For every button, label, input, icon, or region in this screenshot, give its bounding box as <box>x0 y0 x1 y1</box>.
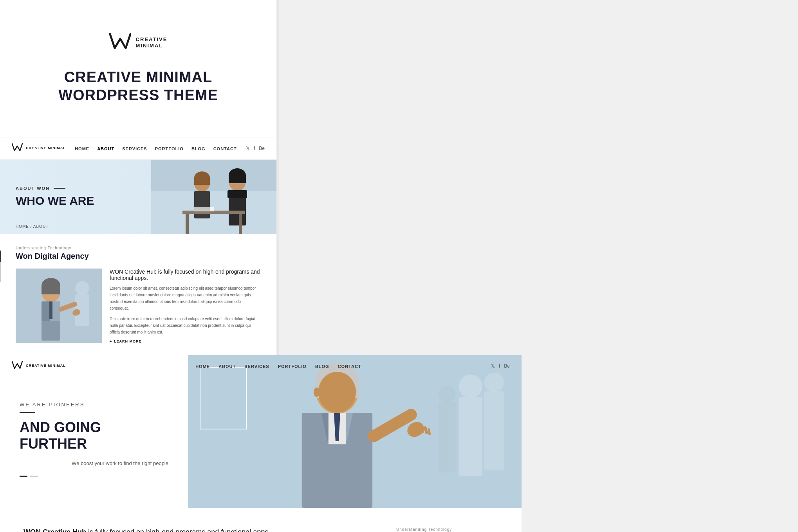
scroll-fill <box>0 251 1 262</box>
breadcrumb: HOME / ABOUT <box>16 224 49 229</box>
right-twitter-icon[interactable]: 𝕏 <box>491 363 495 369</box>
svg-rect-11 <box>182 211 245 214</box>
pioneer-title-line1: AND GOING <box>20 419 101 435</box>
left-about-banner: ABOUT WON WHO WE ARE HOME / ABOUT <box>0 160 276 234</box>
logo-text: CREATIVE MINIMAL <box>136 36 168 50</box>
svg-rect-8 <box>194 191 210 218</box>
right-nav-contact[interactable]: CONTACT <box>338 362 361 370</box>
right-hero-section: CREATIVE MINIMAL HOME ABOUT SERVICES POR… <box>0 355 522 508</box>
pioneer-title-line2: FURTHER <box>20 436 87 452</box>
right-panel: CREATIVE MINIMAL HOME ABOUT SERVICES POR… <box>0 355 522 532</box>
right-nav-logo-text: CREATIVE MINIMAL <box>26 364 66 368</box>
left-nav-social: 𝕏 f Be <box>246 146 265 151</box>
svg-point-50 <box>439 386 456 403</box>
behance-icon[interactable]: Be <box>259 146 265 151</box>
hero-slide-dots <box>20 476 168 477</box>
twitter-icon[interactable]: 𝕏 <box>246 146 250 151</box>
svg-rect-15 <box>196 208 210 208</box>
right-nav-blog[interactable]: BLOG <box>315 362 329 370</box>
svg-point-30 <box>459 375 482 398</box>
nav-item-about[interactable]: ABOUT <box>97 145 114 152</box>
right-facebook-icon[interactable]: f <box>499 363 500 369</box>
facebook-icon[interactable]: f <box>254 146 255 151</box>
main-title: CREATIVE MINIMAL WORDPRESS THEME <box>16 69 261 104</box>
svg-rect-12 <box>186 214 189 234</box>
svg-rect-13 <box>239 214 242 234</box>
right-nav-home[interactable]: HOME <box>195 362 210 370</box>
right-nav-line1: CREATIVE <box>26 364 47 368</box>
content-image <box>16 269 102 343</box>
svg-rect-23 <box>42 286 60 294</box>
logo-area: CREATIVE MINIMAL <box>109 32 168 53</box>
logo-line2: MINIMAL <box>136 43 168 49</box>
left-hero-section: CREATIVE MINIMAL CREATIVE MINIMAL WORDPR… <box>0 0 276 137</box>
content-para2: Duis aute irure dolor in reprehenderit i… <box>110 316 261 335</box>
left-nav-links: HOME ABOUT SERVICES PORTFOLIO BLOG CONTA… <box>75 145 237 152</box>
about-text: ABOUT WON WHO WE ARE <box>0 174 110 220</box>
right-hero-content: WE ARE PIONEERS AND GOING FURTHER We boo… <box>0 355 188 508</box>
left-navbar: CREATIVE MINIMAL HOME ABOUT SERVICES POR… <box>0 137 276 160</box>
nav-item-blog[interactable]: BLOG <box>191 145 206 152</box>
pioneer-description: We boost your work to find the right peo… <box>72 460 168 468</box>
content-text: WON Creative Hub is fully focused on hig… <box>110 269 261 343</box>
right-content-heading: WON Creative Hub is fully focused on hig… <box>23 527 373 532</box>
pioneer-title: AND GOING FURTHER <box>20 419 168 452</box>
right-nav-portfolio[interactable]: PORTFOLIO <box>278 362 307 370</box>
nav-logo-w-icon <box>12 143 23 154</box>
panel-divider <box>276 0 279 355</box>
right-main-content: WON Creative Hub is fully focused on hig… <box>23 527 373 532</box>
svg-rect-31 <box>459 397 482 476</box>
nav-logo-line2: MINIMAL <box>48 146 66 150</box>
right-hub-text: is fully focused on high-end programs an… <box>86 528 270 532</box>
content-para1: Lorem ipsum dolor sit amet, consectetur … <box>110 285 261 312</box>
nav-logo: CREATIVE MINIMAL <box>12 143 66 154</box>
content-heading: WON Creative Hub is fully focused on hig… <box>110 269 261 281</box>
left-panel: CREATIVE MINIMAL CREATIVE MINIMAL WORDPR… <box>0 0 276 355</box>
nav-item-portfolio[interactable]: PORTFOLIO <box>155 145 184 152</box>
nav-item-home[interactable]: HOME <box>75 145 89 152</box>
svg-rect-26 <box>49 301 52 319</box>
nav-logo-text: CREATIVE MINIMAL <box>26 146 66 151</box>
learn-more-link[interactable]: LEARN MORE <box>110 339 261 343</box>
right-nav-links: HOME ABOUT SERVICES PORTFOLIO BLOG CONTA… <box>195 362 361 370</box>
right-nav-about[interactable]: ABOUT <box>218 362 236 370</box>
side-card-label: Understanding Technology <box>396 527 498 532</box>
right-navbar: CREATIVE MINIMAL HOME ABOUT SERVICES POR… <box>0 355 522 377</box>
pioneer-divider <box>20 412 35 413</box>
hub-bold: WON Creative Hub <box>110 269 157 275</box>
svg-rect-4 <box>227 190 247 198</box>
svg-rect-51 <box>439 402 456 472</box>
svg-point-37 <box>318 372 356 413</box>
about-banner-image <box>151 160 276 234</box>
right-middle-section: WON Creative Hub is fully focused on hig… <box>0 508 522 532</box>
content-row: WON Creative Hub is fully focused on hig… <box>16 269 261 343</box>
slide-dot-1[interactable] <box>20 476 27 477</box>
logo-w-icon <box>109 32 131 53</box>
svg-point-38 <box>314 388 320 397</box>
svg-rect-10 <box>194 178 210 185</box>
svg-rect-24 <box>42 301 50 321</box>
svg-point-18 <box>75 281 89 295</box>
right-side-card: Understanding Technology Won Digital Age… <box>396 527 498 532</box>
right-hub-bold: WON Creative Hub <box>23 528 86 532</box>
nav-logo-line1: CREATIVE <box>26 146 47 150</box>
svg-rect-6 <box>229 175 246 183</box>
right-nav-line2: MINIMAL <box>48 364 66 368</box>
nav-item-contact[interactable]: CONTACT <box>213 145 237 152</box>
about-subtitle: ABOUT WON <box>16 186 94 191</box>
right-nav-logo-icon <box>12 361 23 371</box>
right-nav-services[interactable]: SERVICES <box>244 362 269 370</box>
about-main-title: WHO WE ARE <box>16 194 94 208</box>
right-hero-image <box>188 355 522 508</box>
right-nav-social: 𝕏 f Be <box>491 363 510 369</box>
pioneer-label: WE ARE PIONEERS <box>20 402 168 408</box>
slide-dot-2[interactable] <box>30 476 38 477</box>
section-subtitle: Understanding Technology <box>16 246 261 250</box>
svg-rect-16 <box>196 209 206 209</box>
right-behance-icon[interactable]: Be <box>504 363 510 369</box>
svg-rect-33 <box>484 391 504 470</box>
logo-line1: CREATIVE <box>136 36 168 43</box>
right-nav-logo: CREATIVE MINIMAL <box>12 361 66 371</box>
left-content-section: Understanding Technology Won Digital Age… <box>0 234 276 355</box>
nav-item-services[interactable]: SERVICES <box>122 145 147 152</box>
